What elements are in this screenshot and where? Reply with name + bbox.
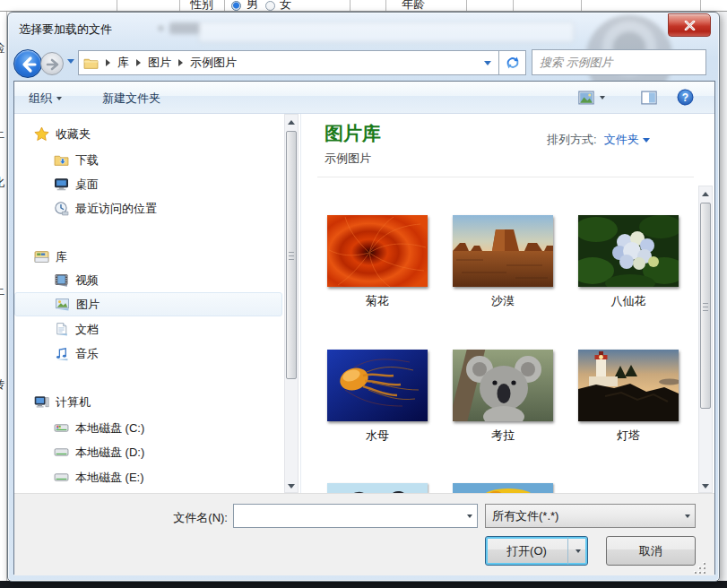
glass-blur-artifact (198, 22, 575, 43)
file-thumbnail-lighthouse[interactable] (578, 350, 679, 421)
file-thumbnail-hydrangea[interactable] (578, 215, 679, 287)
open-button-label[interactable]: 打开(O) (486, 543, 567, 559)
sidebar-item-downloads[interactable]: 下载 (14, 148, 282, 172)
address-bar[interactable]: 库 图片 示例图片 (78, 50, 498, 75)
help-button[interactable]: ? (676, 88, 695, 107)
filetype-dropdown[interactable]: 所有文件(*.*) (485, 504, 696, 528)
file-name[interactable]: 灯塔 (566, 428, 691, 444)
female-radio[interactable] (265, 1, 275, 11)
sidebar-item-disk-c[interactable]: 本地磁盘 (C:) (14, 416, 282, 440)
scroll-down-button[interactable] (285, 479, 298, 493)
back-button[interactable] (13, 49, 42, 78)
open-split-dropdown[interactable] (567, 537, 587, 565)
sidebar-item-desktop[interactable]: 桌面 (14, 172, 282, 196)
file-thumbnail-chrysanthemum[interactable] (327, 215, 428, 287)
sidebar-item-label: 图片 (76, 297, 100, 313)
refresh-icon (505, 55, 521, 71)
sidebar-item-favorites[interactable]: 收藏夹 (14, 122, 282, 146)
breadcrumb-separator-icon (178, 59, 183, 66)
arrange-by-value[interactable]: 文件夹 (604, 132, 650, 148)
filename-combobox[interactable] (233, 504, 478, 528)
file-thumbnail-jellyfish[interactable] (327, 350, 428, 421)
sidebar-item-disk-e[interactable]: 本地磁盘 (E:) (14, 465, 282, 489)
search-input[interactable] (532, 50, 701, 74)
sidebar-item-label: 音乐 (75, 346, 99, 362)
file-thumbnail-koala[interactable] (453, 350, 553, 421)
table-border (350, 0, 351, 12)
disk-d-icon (54, 445, 69, 460)
files-scrollbar[interactable] (698, 186, 713, 493)
refresh-button[interactable] (498, 50, 526, 75)
close-button[interactable] (668, 13, 711, 37)
help-icon: ? (676, 88, 695, 107)
scroll-down-button[interactable] (699, 479, 712, 493)
downloads-icon (54, 152, 69, 168)
male-label: 男 (247, 0, 258, 12)
sidebar-item-pictures[interactable]: 图片 (14, 292, 282, 316)
sidebar-item-label: 本地磁盘 (E:) (75, 470, 144, 486)
table-border (581, 0, 582, 12)
sidebar-item-computer[interactable]: 计算机 (14, 390, 282, 414)
sidebar-item-disk-d[interactable]: 本地磁盘 (D:) (14, 440, 282, 464)
videos-icon (54, 272, 69, 288)
forward-arrow-icon (41, 53, 65, 76)
file-name[interactable]: 八仙花 (566, 293, 691, 309)
recent-pages-caret-icon[interactable] (67, 59, 74, 64)
sidebar-item-label: 计算机 (56, 394, 91, 411)
table-border (466, 0, 467, 12)
sidebar-scrollbar[interactable] (284, 114, 299, 493)
sidebar-item-recent-places[interactable]: 最近访问的位置 (14, 196, 282, 220)
content-area: 收藏夹 下载 桌面 (14, 114, 714, 493)
dialog-client-area: 组织 新建文件夹 (13, 81, 715, 575)
close-icon (684, 21, 696, 30)
background-dark-strip (0, 581, 727, 588)
command-toolbar: 组织 新建文件夹 (14, 82, 714, 114)
arrange-by-label: 排列方式: (547, 132, 597, 148)
preview-pane-button[interactable] (640, 89, 658, 107)
search-box[interactable] (532, 49, 706, 75)
gender-label: 性别 (190, 0, 213, 12)
file-thumbnail-desert[interactable] (453, 215, 553, 287)
resize-grip[interactable] (696, 564, 706, 575)
scrollbar-thumb[interactable] (700, 203, 711, 409)
open-button[interactable]: 打开(O) (485, 536, 588, 566)
file-thumbnail-partial-tulips[interactable] (453, 483, 553, 493)
cancel-button[interactable]: 取消 (606, 536, 696, 566)
scrollbar-thumb[interactable] (286, 131, 297, 379)
star-icon (34, 126, 49, 142)
sidebar-item-documents[interactable]: 文档 (14, 317, 282, 342)
breadcrumb-libraries[interactable]: 库 (117, 55, 129, 71)
svg-text:?: ? (682, 91, 688, 104)
file-name[interactable]: 沙漠 (440, 293, 566, 309)
documents-icon (54, 322, 69, 337)
open-file-dialog: 选择要加载的文件 库 图片 示例图片 (7, 12, 720, 582)
file-name[interactable]: 菊花 (315, 293, 440, 309)
filetype-caret-icon (679, 505, 695, 527)
disk-e-icon (54, 470, 69, 485)
breadcrumb-sample-pictures[interactable]: 示例图片 (190, 55, 237, 71)
breadcrumb-pictures[interactable]: 图片 (148, 55, 171, 71)
background-page-left-edge: 检 上 化 上 转 (0, 12, 7, 582)
file-name[interactable]: 水母 (315, 428, 440, 444)
preview-pane-icon (640, 89, 658, 107)
male-radio[interactable] (231, 1, 241, 11)
new-folder-button[interactable]: 新建文件夹 (102, 91, 160, 107)
filename-dropdown-button[interactable] (462, 505, 477, 527)
glass-blur-artifact (159, 26, 163, 30)
address-dropdown-caret-icon[interactable] (484, 61, 491, 65)
sidebar-item-videos[interactable]: 视频 (14, 268, 282, 292)
arrange-by-selected: 文件夹 (604, 132, 639, 148)
sidebar-item-label: 库 (56, 249, 67, 265)
file-name[interactable]: 考拉 (440, 428, 566, 444)
sidebar-item-music[interactable]: 音乐 (14, 342, 282, 366)
forward-button[interactable] (40, 52, 64, 75)
views-button[interactable] (577, 89, 605, 107)
scroll-up-button[interactable] (699, 186, 712, 202)
organize-menu[interactable]: 组织 (29, 91, 62, 107)
chevron-down-icon (643, 138, 650, 143)
sidebar-item-libraries[interactable]: 库 (14, 245, 282, 269)
library-subtitle: 示例图片 (325, 151, 371, 167)
scroll-up-button[interactable] (285, 115, 298, 130)
filename-input[interactable] (234, 505, 462, 527)
file-thumbnail-partial-penguins[interactable] (327, 483, 428, 493)
